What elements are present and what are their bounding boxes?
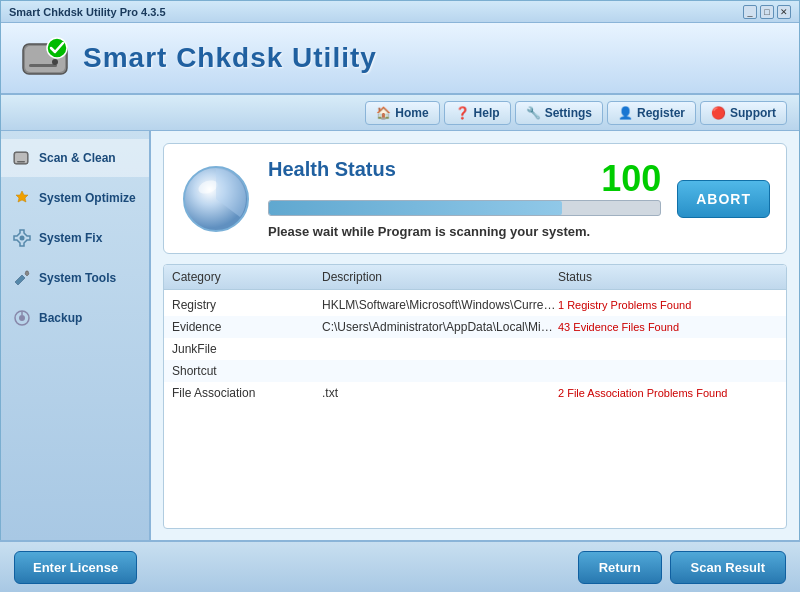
scan-result-button[interactable]: Scan Result xyxy=(670,551,786,584)
system-tools-icon xyxy=(11,267,33,289)
minimize-button[interactable]: _ xyxy=(743,5,757,19)
bottom-bar: Enter License Return Scan Result xyxy=(0,540,800,592)
cell-status: 1 Registry Problems Found xyxy=(558,299,778,311)
health-title: Health Status xyxy=(268,158,396,181)
system-optimize-icon xyxy=(11,187,33,209)
table-row: File Association.txt2 File Association P… xyxy=(164,382,786,404)
sidebar-label-fix: System Fix xyxy=(39,231,102,245)
register-button[interactable]: 👤 Register xyxy=(607,101,696,125)
home-button[interactable]: 🏠 Home xyxy=(365,101,439,125)
header-category: Category xyxy=(172,270,322,284)
enter-license-button[interactable]: Enter License xyxy=(14,551,137,584)
title-bar: Smart Chkdsk Utility Pro 4.3.5 _ □ ✕ xyxy=(1,1,799,23)
cell-description: .txt xyxy=(322,386,558,400)
backup-icon xyxy=(11,307,33,329)
table-row: EvidenceC:\Users\Administrator\AppData\L… xyxy=(164,316,786,338)
app-logo-icon xyxy=(17,30,73,86)
home-icon: 🏠 xyxy=(376,106,391,120)
sidebar-item-system-optimize[interactable]: System Optimize xyxy=(1,179,149,217)
table-row: Shortcut xyxy=(164,360,786,382)
app-name: Smart Chkdsk Utility xyxy=(83,42,377,74)
sidebar-label-backup: Backup xyxy=(39,311,82,325)
svg-point-3 xyxy=(52,59,58,65)
return-button[interactable]: Return xyxy=(578,551,662,584)
header-description: Description xyxy=(322,270,558,284)
cell-status: 2 File Association Problems Found xyxy=(558,387,778,399)
help-icon: ❓ xyxy=(455,106,470,120)
progress-bar-container xyxy=(268,200,661,216)
cell-category: Registry xyxy=(172,298,322,312)
bottom-right-buttons: Return Scan Result xyxy=(578,551,786,584)
svg-point-8 xyxy=(20,236,25,241)
health-score: 100 xyxy=(581,158,661,200)
system-fix-icon xyxy=(11,227,33,249)
cell-category: File Association xyxy=(172,386,322,400)
sidebar-label-scan-clean: Scan & Clean xyxy=(39,151,116,165)
table-body: RegistryHKLM\Software\Microsoft\Windows\… xyxy=(164,290,786,408)
sidebar-item-system-fix[interactable]: System Fix xyxy=(1,219,149,257)
cell-description: HKLM\Software\Microsoft\Windows\CurrentV… xyxy=(322,298,558,312)
close-button[interactable]: ✕ xyxy=(777,5,791,19)
support-icon: 🔴 xyxy=(711,106,726,120)
main-layout: Scan & Clean System Optimize System Fix xyxy=(1,131,799,541)
sidebar: Scan & Clean System Optimize System Fix xyxy=(1,131,151,541)
sidebar-item-system-tools[interactable]: System Tools xyxy=(1,259,149,297)
settings-icon: 🔧 xyxy=(526,106,541,120)
cell-status: 43 Evidence Files Found xyxy=(558,321,778,333)
results-table: Category Description Status RegistryHKLM… xyxy=(163,264,787,529)
content-area: Health Status 100 Please wait while Prog… xyxy=(151,131,799,541)
sidebar-item-backup[interactable]: Backup xyxy=(1,299,149,337)
scanning-text: Please wait while Program is scanning yo… xyxy=(268,224,661,239)
progress-bar-fill xyxy=(269,201,562,215)
support-button[interactable]: 🔴 Support xyxy=(700,101,787,125)
abort-button[interactable]: ABORT xyxy=(677,180,770,218)
cell-category: JunkFile xyxy=(172,342,322,356)
svg-rect-7 xyxy=(17,161,25,163)
cell-category: Evidence xyxy=(172,320,322,334)
sidebar-item-scan-clean[interactable]: Scan & Clean xyxy=(1,139,149,177)
settings-button[interactable]: 🔧 Settings xyxy=(515,101,603,125)
maximize-button[interactable]: □ xyxy=(760,5,774,19)
svg-point-10 xyxy=(19,315,25,321)
window-controls: _ □ ✕ xyxy=(743,5,791,19)
table-row: RegistryHKLM\Software\Microsoft\Windows\… xyxy=(164,294,786,316)
health-panel: Health Status 100 Please wait while Prog… xyxy=(163,143,787,254)
scan-clean-icon xyxy=(11,147,33,169)
table-header: Category Description Status xyxy=(164,265,786,290)
cell-category: Shortcut xyxy=(172,364,322,378)
header-status: Status xyxy=(558,270,778,284)
table-row: JunkFile xyxy=(164,338,786,360)
header: Smart Chkdsk Utility xyxy=(1,23,799,95)
sidebar-label-optimize: System Optimize xyxy=(39,191,136,205)
cell-description: C:\Users\Administrator\AppData\Local\Mic… xyxy=(322,320,558,334)
logo-area: Smart Chkdsk Utility xyxy=(17,30,377,86)
nav-bar: 🏠 Home ❓ Help 🔧 Settings 👤 Register 🔴 Su… xyxy=(1,95,799,131)
health-info: Health Status 100 Please wait while Prog… xyxy=(268,158,661,239)
register-icon: 👤 xyxy=(618,106,633,120)
help-button[interactable]: ❓ Help xyxy=(444,101,511,125)
app-title-text: Smart Chkdsk Utility Pro 4.3.5 xyxy=(9,6,166,18)
health-circle-icon xyxy=(180,163,252,235)
svg-rect-2 xyxy=(29,64,57,67)
sidebar-label-tools: System Tools xyxy=(39,271,116,285)
health-top-row: Health Status 100 xyxy=(268,158,661,200)
